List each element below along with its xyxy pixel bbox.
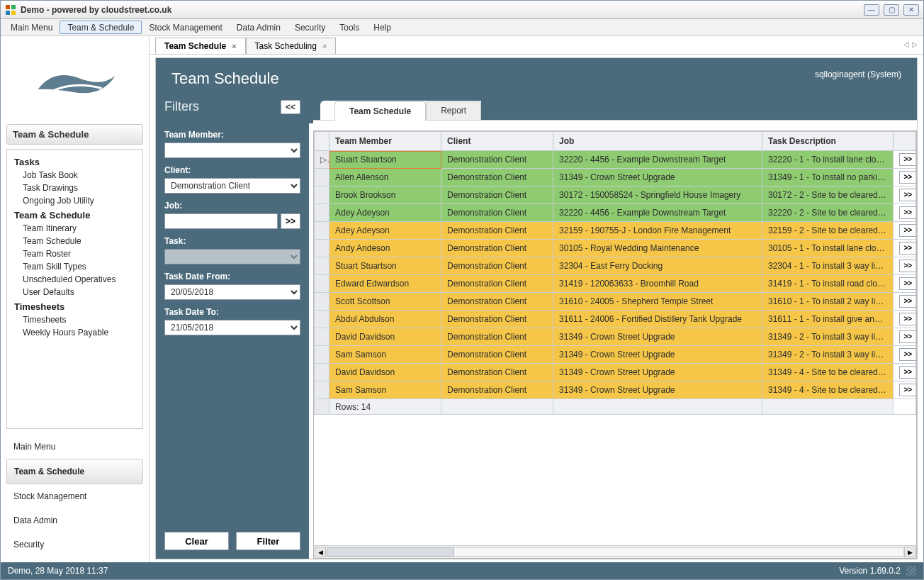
row-open-button[interactable]: >> [899,242,915,255]
nav-item-team-roster[interactable]: Team Roster [14,247,140,260]
row-open-button[interactable]: >> [899,171,915,184]
table-row[interactable]: Adey AdeysonDemonstration Client32159 - … [315,222,916,240]
table-row[interactable]: Andy AndesonDemonstration Client30105 - … [315,240,916,257]
nav-item-task-drawings[interactable]: Task Drawings [14,182,140,194]
col-client[interactable]: Client [441,132,553,151]
nav-item-team-itinerary[interactable]: Team Itinerary [14,222,140,235]
row-handle[interactable] [315,169,329,186]
close-tab-icon[interactable]: × [232,42,236,50]
nav-item-ongoing-job-utility[interactable]: Ongoing Job Utility [14,194,140,207]
inner-tab-report[interactable]: Report [426,101,481,120]
scroll-right-icon[interactable]: ▶ [904,547,915,557]
nav-item-team-schedule[interactable]: Team Schedule [14,235,140,247]
row-open-button[interactable]: >> [899,189,915,201]
nav-item-team-skill-types[interactable]: Team Skill Types [14,260,140,273]
job-lookup-button[interactable]: >> [281,213,300,229]
job-input[interactable] [164,213,278,229]
nav-stack-main-menu[interactable]: Main Menu [6,435,143,459]
tab-prev-icon[interactable]: ◁ [903,40,909,48]
menu-help[interactable]: Help [366,19,398,35]
table-row[interactable]: David DavidsonDemonstration Client31349 … [315,328,916,346]
row-open-button[interactable]: >> [899,313,915,325]
table-row[interactable]: Brook BrooksonDemonstration Client30172 … [315,186,916,204]
table-row[interactable]: Abdul AbdulsonDemonstration Client31611 … [315,311,916,328]
row-handle[interactable] [315,311,329,328]
menu-security[interactable]: Security [288,19,332,35]
row-handle[interactable] [315,328,329,346]
row-open-button[interactable]: >> [899,153,915,166]
row-handle[interactable] [315,186,329,204]
nav-item-weekly-hours-payable[interactable]: Weekly Hours Payable [14,326,140,339]
row-handle[interactable] [315,381,329,399]
table-row[interactable]: Sam SamsonDemonstration Client31349 - Cr… [315,381,916,399]
close-tab-icon[interactable]: × [322,42,327,50]
row-handle[interactable] [315,240,329,257]
table-row[interactable]: Edward EdwardsonDemonstration Client3141… [315,275,916,293]
row-open-button[interactable]: >> [899,260,915,272]
nav-item-user-defaults[interactable]: User Defaults [14,286,140,299]
maximize-button[interactable]: ▢ [884,4,899,16]
tab-next-icon[interactable]: ▷ [912,40,918,48]
app-icon [5,4,16,16]
scroll-thumb[interactable] [327,547,454,557]
client-select[interactable]: Demonstration Client [164,178,300,194]
resize-grip-icon[interactable] [906,566,916,576]
row-open-button[interactable]: >> [899,224,915,237]
clear-button[interactable]: Clear [164,532,229,550]
row-handle[interactable] [315,222,329,240]
row-open-button[interactable]: >> [899,384,915,396]
nav-stack-stock-management[interactable]: Stock Management [6,484,143,508]
menu-main-menu[interactable]: Main Menu [4,19,60,35]
row-handle[interactable] [315,257,329,275]
row-action-cell: >> [894,275,916,293]
col-team-member[interactable]: Team Member [329,132,441,151]
cell-team: Allen Allenson [329,169,441,186]
nav-item-job-task-book[interactable]: Job Task Book [14,169,140,182]
doc-tab-team-schedule[interactable]: Team Schedule× [155,38,246,54]
row-handle[interactable] [315,204,329,222]
date-to-input[interactable]: 21/05/2018 [164,320,300,335]
nav-item-timesheets[interactable]: Timesheets [14,313,140,326]
row-open-button[interactable]: >> [899,366,915,379]
menu-stock-management[interactable]: Stock Management [142,19,229,35]
grid-horizontal-scrollbar[interactable]: ◀ ▶ [314,545,916,558]
row-handle[interactable] [315,275,329,293]
row-handle[interactable] [315,346,329,364]
row-open-button[interactable]: >> [899,330,915,343]
collapse-filters-button[interactable]: << [281,100,300,114]
nav-stack-data-admin[interactable]: Data Admin [6,508,143,532]
menu-team-schedule[interactable]: Team & Schedule [60,21,142,34]
minimize-button[interactable]: — [864,4,879,16]
team-member-select[interactable] [164,143,300,158]
inner-tab-team-schedule[interactable]: Team Schedule [334,101,426,121]
table-row[interactable]: ▷Stuart StuartsonDemonstration Client322… [315,151,916,169]
doc-tab-task-scheduling[interactable]: Task Scheduling× [246,38,337,54]
date-from-input[interactable]: 20/05/2018 [164,284,300,300]
scroll-left-icon[interactable]: ◀ [315,547,326,557]
nav-item-unscheduled-operatives[interactable]: Unscheduled Operatives [14,273,140,286]
row-open-button[interactable]: >> [899,277,915,290]
table-row[interactable]: Scott ScottsonDemonstration Client31610 … [315,293,916,311]
row-handle [315,399,329,415]
nav-stack-team-schedule[interactable]: Team & Schedule [6,459,143,484]
nav-stack-security[interactable]: Security [6,532,143,557]
table-row[interactable]: David DavidsonDemonstration Client31349 … [315,364,916,381]
col-task-description[interactable]: Task Description [762,132,894,151]
table-row[interactable]: Sam SamsonDemonstration Client31349 - Cr… [315,346,916,364]
menu-data-admin[interactable]: Data Admin [230,19,288,35]
col-job[interactable]: Job [553,132,762,151]
close-button[interactable]: ✕ [903,4,919,16]
cell-task: 32220 - 2 - Site to be cleared lane [762,204,894,222]
row-handle[interactable] [315,364,329,381]
filter-button[interactable]: Filter [236,532,300,550]
row-handle[interactable] [315,293,329,311]
table-row[interactable]: Adey AdeysonDemonstration Client32220 - … [315,204,916,222]
row-open-button[interactable]: >> [899,295,915,308]
cell-team: Brook Brookson [329,186,441,204]
row-open-button[interactable]: >> [899,348,915,361]
row-handle[interactable]: ▷ [315,151,329,169]
row-open-button[interactable]: >> [899,206,915,219]
menu-tools[interactable]: Tools [332,19,366,35]
table-row[interactable]: Allen AllensonDemonstration Client31349 … [315,169,916,186]
table-row[interactable]: Stuart StuartsonDemonstration Client3230… [315,257,916,275]
